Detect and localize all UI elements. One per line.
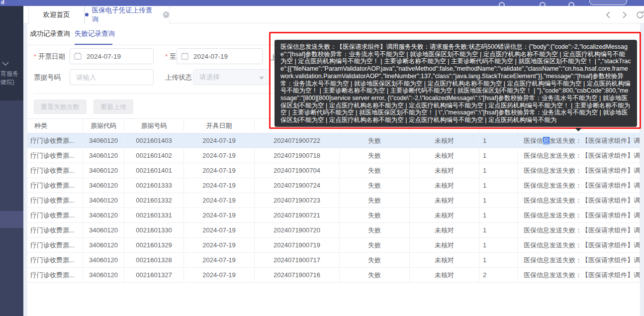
upload-status-select[interactable]: 请选择 [193,69,270,85]
table-cell: 医保信息发送失败：【医保请求组件】调... [518,193,640,208]
active-tab-dot-icon [85,13,89,16]
table-row[interactable]: 疗门诊收费票...3406012000216013332024-07-19202… [27,178,640,193]
table-cell: 2024-07-19 [184,208,255,222]
table-row[interactable]: 疗门诊收费票...3406012000216013272024-07-19202… [27,268,640,283]
table-cell: 1 [479,178,518,193]
sidebar-menu-fragment[interactable]: 育服务 [0,70,18,78]
table-row[interactable]: 疗门诊收费票...3406012000216014032024-07-19202… [27,133,640,148]
table-cell: 1 [479,253,518,267]
table-cell: 0021601401 [124,163,184,178]
logo-fragment: d [1,0,4,5]
back-icon[interactable] [604,10,613,19]
topbar-icon-3[interactable] [568,2,574,8]
table-cell: 2024071900704 [255,163,340,178]
table-cell: 2024071900719 [255,238,340,252]
sidebar: 育服务 健院) [0,6,23,316]
chevron-down-icon[interactable] [2,62,9,66]
table-cell: 失败 [340,178,410,193]
table-cell: 医保信息发送失败：【医保请求组件】调... [518,148,640,163]
table-cell: 未核对 [410,208,479,222]
calendar-icon [181,52,188,60]
tab-label: 欢迎首页 [43,10,70,19]
table-cell: 未核对 [410,193,479,208]
table-cell: 疗门诊收费票... [27,268,83,282]
table-cell: 2024071900716 [255,268,340,282]
bill-number-input[interactable] [70,69,154,85]
table-cell: 2024-07-19 [184,238,255,252]
table-cell: 34060120 [83,208,124,222]
table-cell: 0021601403 [124,133,184,148]
table-cell: 失败 [340,253,410,267]
table-cell: 1 [479,223,518,237]
table-cell: 未核对 [410,163,479,178]
table-cell: 2024071900717 [255,253,340,267]
column-header: 票据号码 [124,119,184,133]
table-cell: 2024071900724 [255,178,340,193]
table-cell: 失败 [340,148,410,163]
upload-status-label: 上传状态 [165,73,192,82]
forward-icon[interactable] [620,10,629,19]
chevron-down-icon [259,77,264,80]
table-cell: 未核对 [410,268,479,282]
table-cell: 2024-07-19 [184,148,255,163]
tab-bar: 欢迎首页 医保电子凭证上传查询 ✕ [23,6,644,23]
table-cell: 医保信息发送失败：【医保请求组件】调... [518,223,640,237]
table-cell: 未核对 [410,238,479,252]
reset-fail-count-button[interactable]: 重置失败次数 [34,100,87,114]
subtab-failed[interactable]: 失败记录查询 [75,29,115,43]
table-cell: 失败 [340,208,410,222]
tab-upload-query[interactable]: 医保电子凭证上传查询 ✕ [85,6,170,23]
tab-welcome[interactable]: 欢迎首页 [28,6,85,23]
sidebar-menu-fragment[interactable]: 健院) [0,78,14,87]
tab-close-icon[interactable]: ✕ [163,11,169,18]
table-cell: 疗门诊收费票... [27,148,83,163]
table-cell: 疗门诊收费票... [27,253,83,267]
column-header: 票据代码 [83,119,124,133]
table-cell: 34060120 [83,238,124,252]
date-to-field[interactable] [177,48,263,64]
table-row[interactable]: 疗门诊收费票...3406012000216013292024-07-19202… [27,238,640,253]
subtab-label: 失败记录查询 [75,30,115,37]
subtab-success[interactable]: 成功记录查询 [30,29,70,43]
bill-number-label: 票据号码 [34,73,61,82]
table-cell: 34060120 [83,223,124,237]
table-cell: 1 [479,238,518,252]
date-to-input[interactable] [177,48,263,64]
table-cell: 疗门诊收费票... [27,178,83,193]
table-cell: 医保信息发送失败：【医保请求组件】调... [518,133,640,148]
table-cell: 医保信息发送失败：【医保请求组件】调... [518,268,640,282]
table-cell: 2024071900718 [255,148,340,163]
table-row[interactable]: 疗门诊收费票...3406012000216013312024-07-19202… [27,208,640,223]
topbar-pill-button[interactable] [589,0,627,5]
table-cell: 2024071900720 [255,223,340,237]
topbar-icon-2[interactable] [540,2,546,8]
tooltip-arrow-icon [575,128,582,131]
topbar-icon-1[interactable] [499,2,505,8]
table-row[interactable]: 疗门诊收费票...3406012000216013322024-07-19202… [27,193,640,208]
table-cell: 失败 [340,238,410,252]
bill-number-field[interactable] [70,69,154,85]
table-cell: 0021601332 [124,193,184,208]
table-cell: 医保信息发送失败：【医保请求组件】调... [518,238,640,252]
app-root: d 育服务 健院) 欢迎首页 医保电子凭证上传查询 ✕ 成功记录查询 失败记录查… [0,0,644,316]
date-from-input[interactable] [70,48,154,64]
refresh-icon[interactable] [636,10,644,19]
topbar: d [0,0,644,6]
sidebar-item-active[interactable] [0,211,23,228]
date-from-field[interactable] [70,48,154,64]
table-cell: 0021601331 [124,208,184,222]
reupload-button[interactable]: 重新上传 [93,100,133,114]
table-cell: 0021601402 [124,148,184,163]
table-cell: 0021601328 [124,253,184,267]
table-row[interactable]: 疗门诊收费票...3406012000216013302024-07-19202… [27,223,640,238]
table-cell: 疗门诊收费票... [27,223,83,237]
error-tooltip: 医保信息发送失败：【医保请求组件】调用服务失败：请求服务失败:状态码500错误信… [275,40,637,127]
table-cell: 疗门诊收费票... [27,193,83,208]
table-cell: 2024071900722 [255,133,340,148]
table-row[interactable]: 疗门诊收费票...3406012000216014012024-07-19202… [27,163,640,178]
table-cell: 0021601327 [124,268,184,282]
table-cell: 1 [479,163,518,178]
table-row[interactable]: 疗门诊收费票...3406012000216013282024-07-19202… [27,253,640,268]
table-row[interactable]: 疗门诊收费票...3406012000216014022024-07-19202… [27,148,640,163]
table-cell: 34060120 [83,163,124,178]
